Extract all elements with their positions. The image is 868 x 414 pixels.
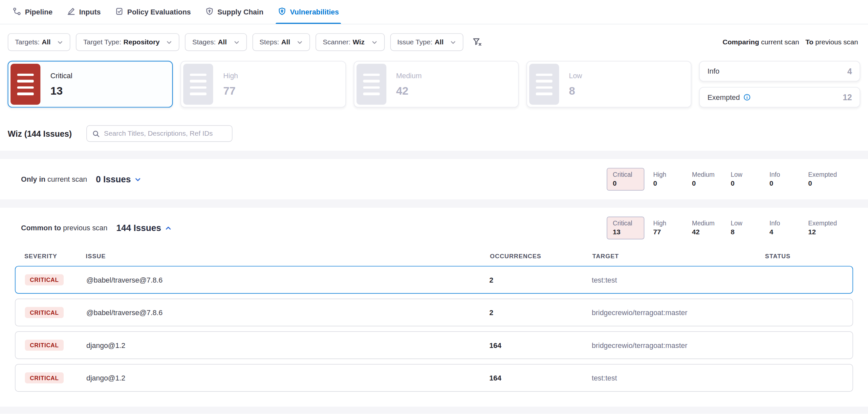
- table-row[interactable]: CRITICAL django@1.2 164 bridgecrewio/ter…: [15, 331, 853, 359]
- chevron-down-icon: [134, 176, 141, 182]
- summary-value: 0: [808, 179, 847, 187]
- filter-label: Scanner:: [323, 38, 350, 46]
- info-circle-icon[interactable]: [743, 94, 750, 101]
- severity-card-critical[interactable]: Critical 13: [8, 61, 173, 108]
- issue-cell: django@1.2: [86, 341, 490, 349]
- summary-exempted[interactable]: Exempted 12: [808, 217, 847, 239]
- severity-badge: CRITICAL: [25, 307, 64, 318]
- summary-exempted[interactable]: Exempted 0: [808, 169, 847, 190]
- severity-card-label: Critical: [50, 71, 72, 80]
- summary-medium[interactable]: Medium 0: [692, 169, 731, 190]
- severity-card-text: Low 8: [569, 71, 582, 97]
- section-label: Only in current scan: [21, 175, 87, 183]
- severity-summary: Critical 13 High 77 Medium 42 Low 8 Info…: [607, 216, 847, 239]
- vulnerability-shield-icon: [278, 7, 286, 17]
- summary-value: 4: [770, 228, 808, 236]
- tab-supply-chain[interactable]: Supply Chain: [198, 0, 271, 24]
- issue-cell: @babel/traverse@7.8.6: [86, 276, 490, 284]
- common-issues-toggle[interactable]: 144 Issues: [116, 223, 172, 233]
- summary-low[interactable]: Low 0: [731, 169, 770, 190]
- section-label: Common to previous scan: [21, 224, 107, 232]
- filter-issue-type[interactable]: Issue Type:All: [390, 33, 464, 51]
- filter-bar: Targets:All Target Type:Repository Stage…: [0, 24, 868, 57]
- target-cell: test:test: [592, 374, 765, 382]
- severity-card-text: Critical 13: [50, 71, 72, 97]
- target-cell: test:test: [592, 276, 765, 284]
- summary-value: 0: [770, 179, 808, 187]
- column-header-occurrences: OCCURRENCES: [490, 253, 592, 259]
- occurrences-cell: 2: [490, 276, 592, 284]
- exempted-card[interactable]: Exempted 12: [699, 87, 861, 108]
- summary-medium[interactable]: Medium 42: [692, 217, 731, 239]
- severity-card-high[interactable]: High 77: [181, 61, 346, 108]
- tab-label: Policy Evaluations: [127, 8, 191, 16]
- filter-label: Targets:: [15, 38, 40, 46]
- summary-high[interactable]: High 0: [653, 169, 692, 190]
- common-to-previous-scan-section: Common to previous scan 144 Issues Criti…: [0, 208, 868, 248]
- search-input[interactable]: [104, 130, 226, 138]
- high-list-icon: [184, 64, 213, 105]
- chevron-down-icon: [166, 39, 172, 45]
- only-in-current-scan-section: Only in current scan 0 Issues Critical 0…: [0, 159, 868, 200]
- column-header-issue: ISSUE: [86, 253, 490, 259]
- filter-targets[interactable]: Targets:All: [8, 33, 70, 51]
- summary-label: High: [653, 220, 692, 227]
- severity-card-low[interactable]: Low 8: [526, 61, 691, 108]
- table-row[interactable]: CRITICAL @babel/traverse@7.8.6 2 test:te…: [15, 266, 853, 293]
- issue-search: [86, 125, 232, 142]
- summary-low[interactable]: Low 8: [731, 217, 770, 239]
- tab-label: Vulnerabilities: [290, 8, 339, 16]
- only-in-issues-toggle[interactable]: 0 Issues: [96, 174, 142, 184]
- tab-label: Supply Chain: [217, 8, 263, 16]
- table-row[interactable]: CRITICAL @babel/traverse@7.8.6 2 bridgec…: [15, 299, 853, 326]
- summary-info[interactable]: Info 4: [770, 217, 808, 239]
- summary-critical[interactable]: Critical 0: [607, 168, 645, 190]
- filter-steps[interactable]: Steps:All: [252, 33, 310, 51]
- tab-pipeline[interactable]: Pipeline: [6, 0, 60, 24]
- tab-inputs[interactable]: Inputs: [60, 0, 108, 24]
- section-label-rest: current scan: [47, 175, 87, 183]
- summary-high[interactable]: High 77: [653, 217, 692, 239]
- occurrences-cell: 164: [490, 341, 592, 349]
- severity-badge: CRITICAL: [25, 274, 64, 286]
- viewport: Pipeline Inputs Policy Evaluations Suppl…: [0, 0, 868, 414]
- severity-card-medium[interactable]: Medium 42: [353, 61, 519, 108]
- exempted-card-label: Exempted: [708, 93, 740, 101]
- policy-check-icon: [115, 7, 123, 17]
- severity-card-count: 8: [569, 84, 582, 97]
- chevron-down-icon: [450, 39, 456, 45]
- tab-vulnerabilities[interactable]: Vulnerabilities: [271, 0, 346, 24]
- scanner-header-row: Wiz (144 Issues): [0, 119, 868, 151]
- medium-list-icon: [356, 64, 386, 105]
- filter-value: All: [218, 38, 227, 46]
- summary-critical[interactable]: Critical 13: [607, 216, 645, 239]
- summary-value: 13: [613, 228, 639, 236]
- tab-label: Pipeline: [25, 8, 53, 16]
- comparing-to-value: previous scan: [815, 38, 858, 46]
- info-card[interactable]: Info 4: [699, 61, 861, 81]
- column-header-status: STATUS: [765, 253, 843, 259]
- low-list-icon: [529, 64, 559, 105]
- filter-stages[interactable]: Stages:All: [185, 33, 247, 51]
- issues-count: 144 Issues: [116, 223, 161, 233]
- severity-card-count: 13: [50, 84, 72, 97]
- filter-scanner[interactable]: Scanner:Wiz: [315, 33, 384, 51]
- tab-label: Inputs: [79, 8, 101, 16]
- inputs-icon: [67, 7, 75, 17]
- summary-label: Info: [770, 220, 808, 227]
- column-header-target: TARGET: [592, 253, 765, 259]
- severity-card-count: 77: [223, 84, 238, 97]
- bottom-divider: [0, 407, 868, 414]
- filter-target-type[interactable]: Target Type:Repository: [76, 33, 180, 51]
- filter-value: Wiz: [352, 38, 364, 46]
- summary-info[interactable]: Info 0: [770, 169, 808, 190]
- occurrences-cell: 2: [490, 308, 592, 317]
- severity-card-label: High: [223, 71, 238, 80]
- pipeline-icon: [13, 7, 21, 17]
- summary-label: Critical: [613, 171, 639, 178]
- severity-card-text: High 77: [223, 71, 238, 97]
- tab-policy-evaluations[interactable]: Policy Evaluations: [108, 0, 198, 24]
- clear-filters-button[interactable]: [472, 37, 482, 47]
- table-row[interactable]: CRITICAL django@1.2 164 test:test: [15, 364, 853, 392]
- severity-card-label: Medium: [396, 71, 422, 80]
